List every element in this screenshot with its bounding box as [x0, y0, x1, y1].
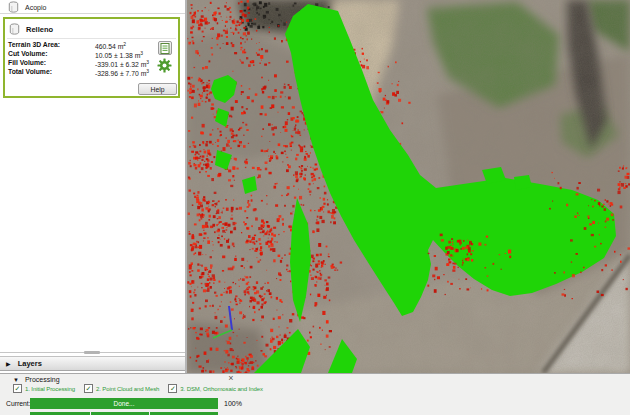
stat-total-volume: Total Volume: -328.96 ± 7.70 m3: [8, 68, 175, 77]
step-dsm-orthomosaic-index[interactable]: ✓ 3. DSM, Orthomosaic and Index: [168, 384, 262, 393]
relleno-header-divider: [7, 38, 176, 39]
stat-terrain-3d-area: Terrain 3D Area: 460.54 m2: [8, 41, 175, 50]
step-point-cloud-mesh[interactable]: ✓ 2. Point Cloud and Mesh: [84, 384, 159, 393]
layers-section-header[interactable]: ▶ Layers: [0, 356, 185, 371]
objects-sidebar: Acopio Relleno Terrain 3D Area: 460.54 m…: [0, 0, 187, 373]
step-initial-processing[interactable]: ✓ 1. Initial Processing: [13, 384, 75, 393]
gear-icon: [157, 58, 172, 73]
chevron-down-icon: ▼: [13, 377, 19, 383]
help-button-label: Help: [151, 86, 165, 93]
stat-value: 10.05 ± 1.38 m3: [95, 50, 143, 59]
current-progress-bar: Done...: [30, 398, 218, 409]
checkbox-checked-icon[interactable]: ✓: [84, 384, 93, 393]
close-icon[interactable]: ×: [226, 374, 236, 383]
current-progress-row: Current: Done... 100%: [6, 398, 242, 409]
stat-fill-volume: Fill Volume: -339.01 ± 6.32 m3: [8, 59, 175, 68]
stat-label: Fill Volume:: [8, 59, 46, 66]
stat-label: Total Volume:: [8, 68, 52, 75]
checkbox-checked-icon[interactable]: ✓: [13, 384, 22, 393]
stat-label: Cut Volume:: [8, 50, 48, 57]
fill-volume-icon: [9, 23, 20, 35]
acopio-label: Acopio: [25, 4, 46, 11]
sidebar-splitter[interactable]: [0, 349, 185, 355]
current-label: Current:: [6, 400, 30, 407]
settings-button[interactable]: [157, 58, 172, 73]
relleno-header: Relleno: [9, 23, 53, 35]
chevron-right-icon: ▶: [6, 361, 11, 367]
sidebar-item-acopio[interactable]: Acopio: [8, 1, 46, 13]
progress-status-text: Done...: [30, 398, 218, 409]
checkbox-checked-icon[interactable]: ✓: [168, 384, 177, 393]
progress-percent: 100%: [224, 400, 242, 407]
processing-panel: ▼ Processing × ✓ 1. Initial Processing ✓…: [0, 373, 630, 415]
relleno-title: Relleno: [26, 25, 53, 34]
splitter-grip-icon: [84, 351, 100, 354]
pix4d-volumes-window: Acopio Relleno Terrain 3D Area: 460.54 m…: [0, 0, 630, 415]
processing-title: Processing: [25, 376, 60, 383]
processing-steps: ✓ 1. Initial Processing ✓ 2. Point Cloud…: [13, 384, 263, 393]
processing-header[interactable]: ▼ Processing: [13, 376, 60, 383]
report-icon: [160, 43, 170, 54]
map-svg: [187, 0, 630, 373]
help-button[interactable]: Help: [138, 83, 177, 95]
step-label: 1. Initial Processing: [25, 386, 75, 392]
stat-cut-volume: Cut Volume: 10.05 ± 1.38 m3: [8, 50, 175, 59]
stat-value: -339.01 ± 6.32 m3: [95, 59, 149, 68]
relleno-selected-object-panel[interactable]: Relleno Terrain 3D Area: 460.54 m2 Cut V…: [3, 17, 180, 98]
stat-label: Terrain 3D Area:: [8, 41, 60, 48]
layers-label: Layers: [18, 359, 42, 368]
sidebar-divider: [0, 13, 185, 14]
stockpile-icon: [8, 1, 19, 13]
step-label: 3. DSM, Orthomosaic and Index: [180, 386, 262, 392]
stat-value: -328.96 ± 7.70 m3: [95, 68, 149, 77]
report-button[interactable]: [158, 41, 172, 55]
step-label: 2. Point Cloud and Mesh: [96, 386, 159, 392]
orthomosaic-map-view[interactable]: [187, 0, 630, 373]
stat-value: 460.54 m2: [95, 41, 126, 50]
